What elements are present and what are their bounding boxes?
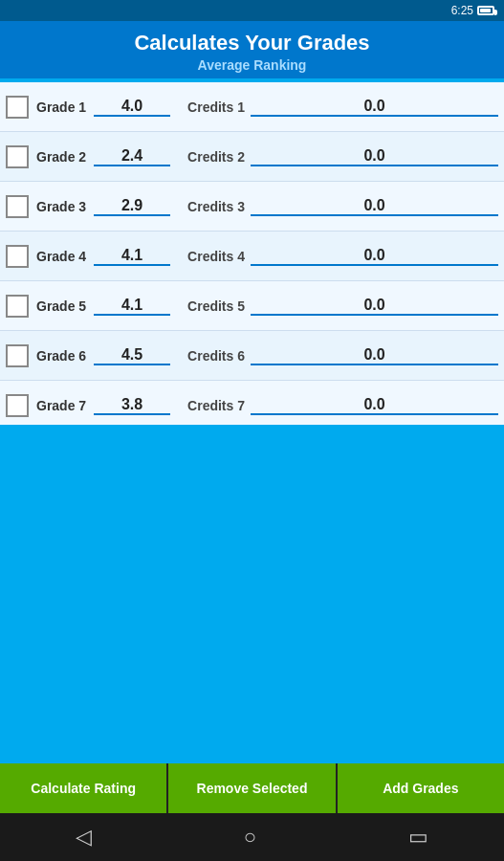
credits-input-3[interactable] — [251, 197, 498, 216]
credits-input-6[interactable] — [251, 346, 498, 365]
footer-buttons: Calculate Rating Remove Selected Add Gra… — [0, 763, 504, 813]
grade-input-3[interactable] — [94, 197, 170, 216]
grade-checkbox-4[interactable] — [6, 245, 29, 268]
grade-checkbox-7[interactable] — [6, 394, 29, 417]
grade-input-7[interactable] — [94, 396, 170, 415]
table-row: Grade 6 Credits 6 — [0, 331, 504, 381]
credits-input-1[interactable] — [251, 98, 498, 117]
table-row: Grade 3 Credits 3 — [0, 182, 504, 232]
grade-label-7: Grade 7 — [36, 398, 94, 413]
credits-label-5: Credits 5 — [178, 298, 245, 314]
recent-nav-icon[interactable]: ▭ — [408, 825, 428, 850]
grade-checkbox-1[interactable] — [6, 96, 29, 119]
grade-label-1: Grade 1 — [36, 99, 94, 115]
add-grades-button[interactable]: Add Grades — [338, 763, 504, 813]
credits-input-4[interactable] — [251, 247, 498, 266]
credits-label-1: Credits 1 — [178, 99, 245, 115]
credits-label-2: Credits 2 — [178, 149, 245, 165]
status-time: 6:25 — [451, 4, 473, 17]
credits-input-5[interactable] — [251, 297, 498, 316]
table-row: Grade 2 Credits 2 — [0, 132, 504, 182]
grade-checkbox-5[interactable] — [6, 295, 29, 318]
grade-label-2: Grade 2 — [36, 149, 94, 165]
grade-checkbox-3[interactable] — [6, 195, 29, 218]
app-subtitle: Average Ranking — [0, 57, 504, 73]
table-row: Grade 5 Credits 5 — [0, 281, 504, 331]
remove-selected-button[interactable]: Remove Selected — [168, 763, 337, 813]
calculate-button[interactable]: Calculate Rating — [0, 763, 168, 813]
grade-checkbox-6[interactable] — [6, 344, 29, 367]
grade-label-5: Grade 5 — [36, 298, 94, 314]
back-nav-icon[interactable]: ◁ — [76, 825, 92, 850]
grade-label-3: Grade 3 — [36, 199, 94, 214]
app-title: Calculates Your Grades — [0, 31, 504, 55]
grade-checkbox-2[interactable] — [6, 145, 29, 168]
grade-input-1[interactable] — [94, 98, 170, 117]
table-row: Grade 4 Credits 4 — [0, 232, 504, 281]
grade-input-6[interactable] — [94, 346, 170, 365]
credits-label-4: Credits 4 — [178, 249, 245, 264]
credits-input-2[interactable] — [251, 147, 498, 166]
grade-label-4: Grade 4 — [36, 249, 94, 264]
grade-label-6: Grade 6 — [36, 348, 94, 364]
status-bar: 6:25 — [0, 0, 504, 21]
home-nav-icon[interactable]: ○ — [244, 825, 256, 850]
grade-input-4[interactable] — [94, 247, 170, 266]
credits-label-7: Credits 7 — [178, 398, 245, 413]
table-row: Grade 7 Credits 7 — [0, 381, 504, 425]
credits-label-3: Credits 3 — [178, 199, 245, 214]
credits-label-6: Credits 6 — [178, 348, 245, 364]
app-header: Calculates Your Grades Average Ranking — [0, 21, 504, 78]
nav-bar: ◁ ○ ▭ — [0, 813, 504, 861]
grades-list: Grade 1 Credits 1 Grade 2 Credits 2 Grad… — [0, 78, 504, 425]
credits-input-7[interactable] — [251, 396, 498, 415]
battery-icon — [477, 6, 494, 15]
table-row: Grade 1 Credits 1 — [0, 82, 504, 132]
bottom-spacer — [0, 425, 504, 763]
grade-input-5[interactable] — [94, 297, 170, 316]
grade-input-2[interactable] — [94, 147, 170, 166]
